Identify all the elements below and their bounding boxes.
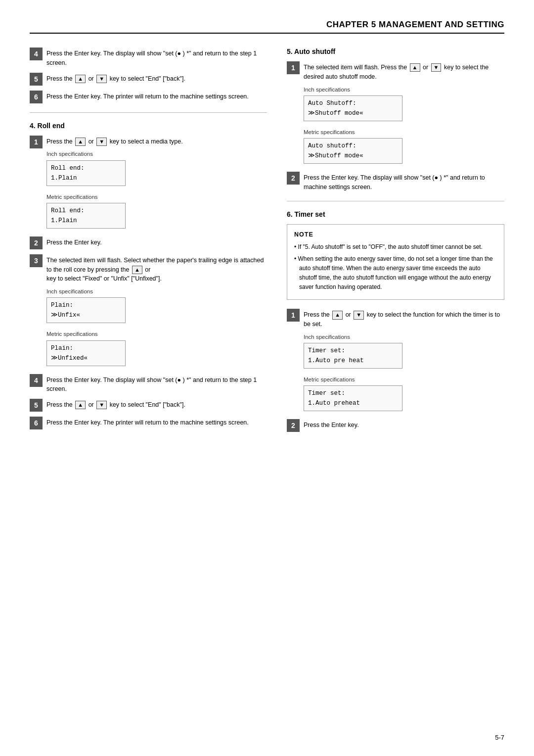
section6-title: 6. Timer set bbox=[287, 210, 504, 218]
page: CHAPTER 5 MANAGEMENT AND SETTING 4 Press… bbox=[0, 0, 534, 756]
lcd-inch-auto1: Auto Shutoff: ≫Shutoff mode« bbox=[304, 95, 402, 121]
metric-label-timer1: Metric specifications bbox=[304, 376, 504, 384]
step-num-6-top: 6 bbox=[30, 91, 43, 103]
metric-label-auto1: Metric specifications bbox=[304, 128, 504, 137]
step-5-top: 5 Press the ▲ or ▼ key to select "End" [… bbox=[30, 73, 267, 86]
step-6-bottom: 6 Press the Enter key. The printer will … bbox=[30, 417, 267, 429]
inch-label-1: Inch specifications bbox=[46, 150, 267, 158]
up-arrow-btn-1auto: ▲ bbox=[410, 63, 420, 72]
divider-1 bbox=[30, 112, 267, 113]
down-arrow-btn-timer1: ▼ bbox=[354, 311, 364, 319]
up-arrow-btn-5bot: ▲ bbox=[75, 401, 86, 409]
step-1-auto: 1 The selected item will flash. Press th… bbox=[287, 61, 504, 167]
step-1-roll-content: Press the ▲ or ▼ key to select a media t… bbox=[46, 136, 267, 232]
step-1-timer: 1 Press the ▲ or ▼ key to select the fun… bbox=[287, 309, 504, 414]
page-number: 5-7 bbox=[495, 734, 504, 741]
down-arrow-btn-5bot: ▼ bbox=[96, 401, 107, 409]
step-2-auto-content: Press the Enter key. The display will sh… bbox=[304, 172, 504, 192]
up-arrow-btn-timer1: ▲ bbox=[332, 311, 343, 319]
left-column: 4 Press the Enter key. The display will … bbox=[30, 47, 267, 437]
step-num-5-bottom: 5 bbox=[30, 399, 43, 412]
step-6-bottom-content: Press the Enter key. The printer will re… bbox=[46, 417, 267, 427]
step-5-bottom: 5 Press the ▲ or ▼ key to select "End" [… bbox=[30, 399, 267, 412]
step-1-roll: 1 Press the ▲ or ▼ key to select a media… bbox=[30, 136, 267, 232]
step-4-top-content: Press the Enter key. The display will sh… bbox=[46, 47, 267, 68]
step-num-1-auto: 1 bbox=[287, 61, 300, 74]
step-num-2-auto: 2 bbox=[287, 172, 300, 185]
step-num-6-bottom: 6 bbox=[30, 417, 43, 429]
lcd-metric-3: Plain: ≫Unfixed« bbox=[46, 340, 126, 366]
inch-label-3: Inch specifications bbox=[46, 287, 267, 296]
step-num-2-timer: 2 bbox=[287, 419, 300, 432]
inch-label-auto1: Inch specifications bbox=[304, 86, 504, 94]
step-4-bottom-content: Press the Enter key. The display will sh… bbox=[46, 374, 267, 394]
divider-right bbox=[287, 201, 504, 201]
step-2-timer-content: Press the Enter key. bbox=[304, 419, 504, 430]
inch-label-timer1: Inch specifications bbox=[304, 333, 504, 341]
note-item-1: • If "5. Auto shutoff" is set to "OFF", … bbox=[294, 242, 497, 252]
step-2-roll-content: Press the Enter key. bbox=[46, 236, 267, 247]
two-column-layout: 4 Press the Enter key. The display will … bbox=[30, 47, 504, 437]
down-arrow-btn-5top: ▼ bbox=[96, 75, 107, 83]
note-title: NOTE bbox=[294, 230, 497, 239]
step-3-roll: 3 The selected item will flash. Select w… bbox=[30, 254, 267, 369]
lcd-metric-timer1: Timer set: 1.Auto preheat bbox=[304, 385, 402, 411]
down-arrow-btn-1roll: ▼ bbox=[96, 138, 107, 146]
step-num-5-top: 5 bbox=[30, 73, 43, 86]
note-item-2: • When setting the auto energy saver tim… bbox=[294, 254, 497, 292]
step-4-top: 4 Press the Enter key. The display will … bbox=[30, 47, 267, 68]
metric-label-1: Metric specifications bbox=[46, 193, 267, 201]
step-num-1-roll: 1 bbox=[30, 136, 43, 148]
note-box: NOTE • If "5. Auto shutoff" is set to "O… bbox=[287, 224, 504, 300]
up-arrow-btn-3roll: ▲ bbox=[132, 266, 142, 274]
chapter-header: CHAPTER 5 MANAGEMENT AND SETTING bbox=[30, 20, 504, 34]
step-num-4-top: 4 bbox=[30, 47, 43, 60]
step-num-2-roll: 2 bbox=[30, 236, 43, 249]
metric-label-3: Metric specifications bbox=[46, 330, 267, 338]
step-num-1-timer: 1 bbox=[287, 309, 300, 322]
lcd-inch-1: Roll end: 1.Plain bbox=[46, 160, 126, 186]
step-2-roll: 2 Press the Enter key. bbox=[30, 236, 267, 249]
step-5-bottom-content: Press the ▲ or ▼ key to select "End" ["b… bbox=[46, 399, 267, 410]
step-6-top-content: Press the Enter key. The printer will re… bbox=[46, 91, 267, 101]
section4-title: 4. Roll end bbox=[30, 122, 267, 130]
step-num-3-roll: 3 bbox=[30, 254, 43, 267]
step-2-auto: 2 Press the Enter key. The display will … bbox=[287, 172, 504, 192]
lcd-inch-timer1: Timer set: 1.Auto pre heat bbox=[304, 343, 402, 369]
down-arrow-btn-1auto: ▼ bbox=[431, 63, 442, 72]
lcd-metric-auto1: Auto shutoff: ≫Shutoff mode« bbox=[304, 138, 402, 164]
right-column: 5. Auto shutoff 1 The selected item will… bbox=[287, 47, 504, 437]
step-num-4-bottom: 4 bbox=[30, 374, 43, 387]
up-arrow-btn-5top: ▲ bbox=[75, 75, 86, 83]
step-1-auto-content: The selected item will flash. Press the … bbox=[304, 61, 504, 167]
section5-title: 5. Auto shutoff bbox=[287, 47, 504, 55]
step-5-top-content: Press the ▲ or ▼ key to select "End" ["b… bbox=[46, 73, 267, 84]
lcd-inch-3: Plain: ≫Unfix« bbox=[46, 297, 126, 323]
lcd-metric-1: Roll end: 1.Plain bbox=[46, 203, 126, 229]
step-6-top: 6 Press the Enter key. The printer will … bbox=[30, 91, 267, 103]
up-arrow-btn-1roll: ▲ bbox=[75, 138, 86, 146]
chapter-title: CHAPTER 5 MANAGEMENT AND SETTING bbox=[326, 20, 504, 29]
step-3-roll-content: The selected item will flash. Select whe… bbox=[46, 254, 267, 369]
step-1-timer-content: Press the ▲ or ▼ key to select the funct… bbox=[304, 309, 504, 414]
step-4-bottom: 4 Press the Enter key. The display will … bbox=[30, 374, 267, 394]
step-2-timer: 2 Press the Enter key. bbox=[287, 419, 504, 432]
